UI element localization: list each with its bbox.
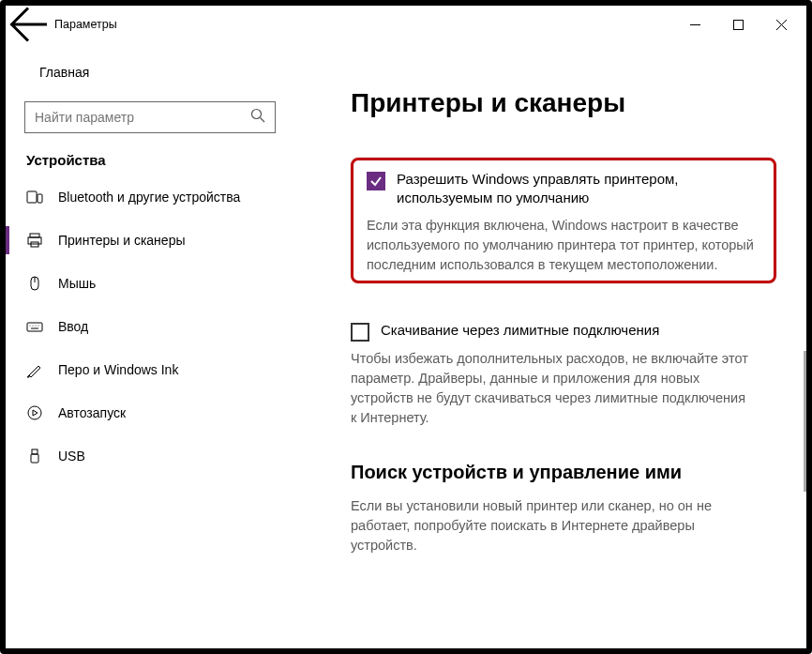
minimize-button[interactable] (673, 8, 716, 41)
section-description: Если вы установили новый принтер или ска… (351, 496, 748, 555)
svg-rect-2 (27, 191, 37, 203)
titlebar: Параметры (6, 6, 806, 43)
checkbox-unchecked-icon[interactable] (351, 323, 369, 342)
sidebar-item-label: USB (58, 449, 85, 464)
window-title: Параметры (54, 18, 117, 31)
default-printer-checkbox-row[interactable]: Разрешить Windows управлять принтером, и… (367, 170, 760, 208)
sidebar-item-label: Перо и Windows Ink (58, 362, 178, 377)
printer-icon (26, 232, 43, 249)
section-heading: Поиск устройств и управление ими (351, 462, 748, 483)
metered-download-section: Скачивание через лимитные подключения Чт… (351, 321, 776, 428)
sidebar-home[interactable]: Главная (6, 54, 294, 90)
page-title: Принтеры и сканеры (351, 88, 776, 118)
svg-point-11 (33, 326, 34, 327)
search-icon (250, 108, 265, 127)
keyboard-icon (26, 318, 43, 335)
sidebar-item-pen[interactable]: Перо и Windows Ink (6, 348, 294, 391)
back-button[interactable] (9, 6, 47, 43)
device-search-section: Поиск устройств и управление ими Если вы… (351, 462, 776, 555)
svg-rect-16 (32, 449, 38, 454)
svg-rect-3 (38, 194, 42, 203)
svg-point-15 (28, 406, 41, 419)
sidebar-item-bluetooth[interactable]: Bluetooth и другие устройства (6, 175, 294, 219)
close-button[interactable] (759, 8, 803, 41)
devices-icon (26, 189, 43, 205)
highlighted-setting: Разрешить Windows управлять принтером, и… (351, 158, 776, 283)
svg-rect-5 (28, 237, 41, 244)
checkbox-label: Скачивание через лимитные подключения (381, 321, 659, 340)
sidebar-item-typing[interactable]: Ввод (6, 305, 294, 348)
arrow-left-icon (9, 6, 47, 43)
setting-description: Если эта функция включена, Windows настр… (367, 216, 760, 275)
svg-rect-17 (31, 454, 38, 463)
checkbox-label: Разрешить Windows управлять принтером, и… (397, 170, 760, 208)
pen-icon (26, 361, 43, 378)
scrollbar-thumb[interactable] (804, 351, 806, 492)
sidebar-item-label: Bluetooth и другие устройства (58, 190, 240, 205)
sidebar-item-usb[interactable]: USB (6, 434, 294, 478)
svg-rect-9 (27, 323, 42, 331)
search-input[interactable] (35, 110, 241, 125)
sidebar-item-mouse[interactable]: Мышь (6, 262, 294, 305)
mouse-icon (26, 275, 43, 292)
svg-point-1 (252, 110, 262, 119)
svg-point-13 (38, 326, 39, 327)
svg-point-12 (36, 326, 37, 327)
setting-description: Чтобы избежать дополнительных расходов, … (351, 349, 748, 428)
sidebar-section-header: Устройства (6, 152, 294, 175)
maximize-button[interactable] (716, 8, 759, 41)
checkbox-checked-icon[interactable] (367, 172, 385, 190)
sidebar-item-autoplay[interactable]: Автозапуск (6, 391, 294, 434)
home-label: Главная (39, 65, 89, 80)
sidebar-item-printers[interactable]: Принтеры и сканеры (6, 219, 294, 262)
search-box[interactable] (24, 101, 276, 133)
svg-point-10 (30, 326, 31, 327)
sidebar-item-label: Принтеры и сканеры (58, 233, 185, 248)
sidebar-item-label: Мышь (58, 276, 96, 291)
sidebar: Главная Устройства Bluetooth и другие ус… (6, 43, 294, 648)
window-controls (673, 8, 803, 41)
sidebar-item-label: Ввод (58, 319, 88, 334)
svg-rect-4 (30, 234, 39, 237)
content-area: Принтеры и сканеры Разрешить Windows упр… (294, 43, 806, 648)
autoplay-icon (26, 404, 43, 421)
sidebar-item-label: Автозапуск (58, 405, 126, 420)
metered-checkbox-row[interactable]: Скачивание через лимитные подключения (351, 321, 748, 342)
usb-icon (26, 448, 43, 464)
svg-rect-0 (733, 20, 743, 29)
